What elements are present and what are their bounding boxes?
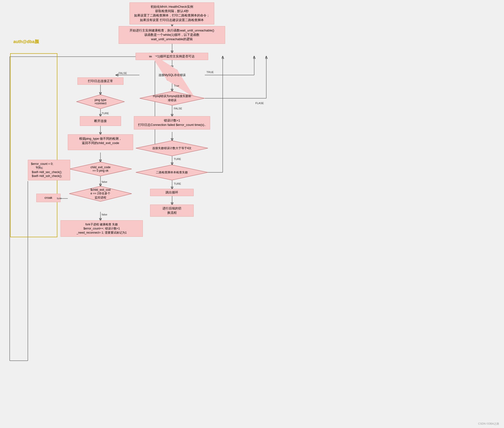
node-failover: 进行后续的切换流程 bbox=[150, 205, 194, 217]
label-flase-upper: FLASE bbox=[255, 102, 264, 105]
node-while-loop: while(1)循环监控主实例是否可达 bbox=[136, 53, 208, 60]
label-true1: True bbox=[174, 84, 179, 87]
diamond-child-exit-ok: child_exit_code== 0 ping ok bbox=[69, 162, 132, 176]
node-fork-fail: fork子进程 健康检查 失败$error_count++; 错误计数+1_ne… bbox=[60, 220, 143, 237]
label-ture1: TURE bbox=[174, 158, 181, 161]
diamond-error-ge4: 连接失败错误计数大于等于4次 bbox=[136, 140, 208, 156]
label-false4: false bbox=[102, 213, 107, 216]
label-true-upper: TRUE bbox=[207, 71, 214, 74]
watermark: CSDN ©DBA之路 bbox=[478, 422, 499, 426]
diamond-mysql-std-error: mysql错误为mysql连接失败标准错误 bbox=[140, 91, 205, 106]
auth-label: auth@dba颜 bbox=[13, 39, 39, 45]
label-ture-left: TURE bbox=[36, 166, 43, 169]
diamond-child-exit-2: $child_exit_code == 2存在多个监控进程 bbox=[69, 186, 132, 202]
diamond-secondary-fail: 二路检查脚本本检查失败 bbox=[136, 165, 208, 180]
node-main-check: 开始进行主实例健康检查，执行函数wait_until_unreachable()… bbox=[119, 26, 225, 44]
node-print-ok: 打印日志连接正常 bbox=[77, 77, 124, 85]
diamond-ping-connect: ping type=connect bbox=[76, 94, 125, 109]
node-disconnect: 断开连接 bbox=[80, 116, 121, 126]
gold-border-box bbox=[10, 53, 57, 237]
connectors bbox=[0, 0, 504, 428]
diamond-mysql-error: 连接MySQL存在错误 bbox=[140, 68, 205, 82]
node-error-count-inc: 错误计数+1打印日志Connection failed $error_count… bbox=[134, 116, 210, 130]
node-init: 初始化MHA::HealthCheck实例获取检查间隔，默认4秒如果设置了二路检… bbox=[130, 2, 214, 25]
node-exit-loop: 跳出循环 bbox=[150, 189, 194, 196]
label-ture2: TURE bbox=[174, 182, 181, 185]
label-false2: FALSE bbox=[174, 107, 182, 110]
node-child-check: 根据ping_type 做不同的检测，返回不同的child_exit_code bbox=[68, 134, 133, 150]
label-false1: FALSE bbox=[119, 72, 127, 74]
node-reset-error: $error_count = 0; $self->kill_sec_check(… bbox=[28, 160, 70, 180]
label-false3: false bbox=[102, 180, 107, 183]
label-ture-connect: TURE bbox=[102, 112, 109, 115]
diagram-container: auth@dba颜 初始化MHA::HealthCheck实例获取检查间隔，默认… bbox=[0, 0, 504, 428]
label-ture3: ture bbox=[57, 197, 61, 200]
